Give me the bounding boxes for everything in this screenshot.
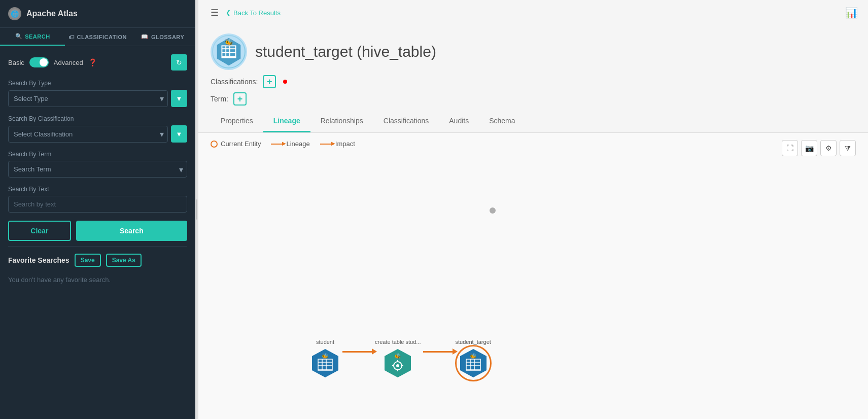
tab-properties[interactable]: Properties <box>211 111 263 132</box>
favorites-title: Favorite Searches <box>8 256 70 264</box>
favorites-section: Favorite Searches Save Save As You don't… <box>8 246 187 287</box>
classification-filter-button[interactable]: ▼ <box>171 125 187 143</box>
topbar-right: 📊 <box>845 7 858 19</box>
refresh-button[interactable]: ↻ <box>171 54 187 71</box>
tab-classifications[interactable]: Classifications <box>373 111 439 132</box>
entity-tabs: Properties Lineage Relationships Classif… <box>198 111 868 133</box>
help-icon[interactable]: ❓ <box>88 58 97 66</box>
classification-select[interactable]: Select Classification <box>8 126 168 143</box>
settings-button[interactable]: ⚙ <box>820 140 837 156</box>
term-select-wrapper: Search Term <box>8 161 187 178</box>
lineage-arrow-icon <box>271 144 283 145</box>
type-select-wrapper: Select Type <box>8 90 168 107</box>
fullscreen-button[interactable]: ⛶ <box>782 140 798 156</box>
legend-impact: Impact <box>320 140 355 148</box>
back-to-results-link[interactable]: ❮ Back To Results <box>226 9 281 17</box>
arrow-2 <box>421 351 456 353</box>
favorites-header: Favorite Searches Save Save As <box>8 254 187 267</box>
lineage-toolbar: ⛶ 📷 ⚙ ⧩ <box>782 140 856 156</box>
tab-lineage[interactable]: Lineage <box>263 111 310 132</box>
current-entity-legend-icon <box>211 141 218 148</box>
arrow-shaft-2 <box>423 351 454 353</box>
add-term-button[interactable]: + <box>233 92 247 106</box>
svg-text:🐝: 🐝 <box>225 38 233 47</box>
app-title: Apache Atlas <box>26 9 78 18</box>
impact-arrow-icon <box>320 144 332 145</box>
node-student-target-wrapper: 🐝 <box>458 348 489 378</box>
hamburger-button[interactable]: ☰ <box>209 5 221 20</box>
node-create-table[interactable]: create table stud... 🐝 <box>375 339 421 378</box>
app-logo: 🌐 <box>8 7 21 20</box>
classifications-meta-label: Classifications: <box>211 78 258 86</box>
favorites-empty-message: You don't have any favorite search. <box>8 273 187 287</box>
search-by-term-group: Search By Term Search Term <box>8 151 187 178</box>
main-content: ☰ ❮ Back To Results 📊 🐝 <box>198 0 868 419</box>
node-student-target-label: student_target <box>456 339 491 345</box>
search-by-classification-group: Search By Classification Select Classifi… <box>8 115 187 143</box>
classification-select-wrapper: Select Classification <box>8 126 168 143</box>
lineage-graph: student 🐝 create table <box>310 339 491 378</box>
type-select-row: Select Type ▼ <box>8 90 187 107</box>
search-button[interactable]: Search <box>76 221 187 241</box>
classification-select-row: Select Classification ▼ <box>8 125 187 143</box>
text-search-label: Search By Text <box>8 186 187 193</box>
chart-icon[interactable]: 📊 <box>845 7 858 18</box>
search-tab-label: SEARCH <box>25 33 50 40</box>
entity-title: student_target (hive_table) <box>255 43 436 60</box>
type-filter-button[interactable]: ▼ <box>171 90 187 107</box>
arrow-1 <box>340 351 375 353</box>
sidebar-header: 🌐 Apache Atlas <box>0 0 195 28</box>
sidebar-tab-glossary[interactable]: 📖 GLOSSARY <box>130 28 195 46</box>
text-search-input[interactable] <box>8 196 187 213</box>
sidebar-tab-classification[interactable]: 🏷 CLASSIFICATION <box>65 28 130 46</box>
sidebar-body: Basic Advanced ❓ ↻ Search By Type Select… <box>0 46 195 419</box>
type-label: Search By Type <box>8 80 187 87</box>
search-tab-icon: 🔍 <box>15 33 23 40</box>
tab-audits[interactable]: Audits <box>439 111 479 132</box>
classification-tab-label: CLASSIFICATION <box>77 34 127 40</box>
entity-avatar-svg: 🐝 <box>212 34 246 69</box>
clear-button[interactable]: Clear <box>8 221 71 241</box>
legend-current-entity: Current Entity <box>211 140 261 148</box>
hamburger-icon: ☰ <box>211 8 219 18</box>
type-select[interactable]: Select Type <box>8 90 168 107</box>
save-as-button[interactable]: Save As <box>106 254 142 267</box>
classification-alert-dot <box>283 80 287 84</box>
back-label: Back To Results <box>233 9 281 17</box>
impact-legend-label: Impact <box>335 140 355 148</box>
save-button[interactable]: Save <box>75 254 101 267</box>
node-student-label: student <box>316 339 334 345</box>
main-topbar: ☰ ❮ Back To Results 📊 <box>198 0 868 25</box>
search-by-type-group: Search By Type Select Type ▼ <box>8 80 187 107</box>
svg-point-20 <box>396 364 399 367</box>
entity-avatar: 🐝 <box>211 33 247 70</box>
tab-relationships[interactable]: Relationships <box>310 111 373 132</box>
cursor <box>489 206 497 215</box>
term-label: Search By Term <box>8 151 187 158</box>
back-chevron-icon: ❮ <box>226 9 231 16</box>
legend-lineage: Lineage <box>271 140 309 148</box>
svg-text:🐝: 🐝 <box>394 353 401 360</box>
term-select[interactable]: Search Term <box>8 161 187 178</box>
term-meta-label: Term: <box>211 95 228 103</box>
sidebar: 🌐 Apache Atlas 🔍 SEARCH 🏷 CLASSIFICATION… <box>0 0 195 419</box>
action-buttons-row: Clear Search <box>8 221 187 241</box>
svg-text:🐝: 🐝 <box>322 353 329 360</box>
basic-advanced-toggle[interactable] <box>29 57 49 67</box>
screenshot-button[interactable]: 📷 <box>801 140 817 156</box>
entity-header: 🐝 student_target (hive_table) <box>198 25 868 75</box>
node-student-target[interactable]: student_target 🐝 <box>456 339 491 378</box>
add-classification-button[interactable]: + <box>263 75 276 88</box>
filter-button[interactable]: ⧩ <box>840 140 856 156</box>
lineage-legend-label: Lineage <box>286 140 309 148</box>
sidebar-tab-search[interactable]: 🔍 SEARCH <box>0 28 65 46</box>
lineage-legend: Current Entity Lineage Impact <box>198 133 868 148</box>
tab-schema[interactable]: Schema <box>479 111 525 132</box>
node-create-table-label: create table stud... <box>375 339 421 345</box>
current-entity-legend-label: Current Entity <box>221 140 261 148</box>
term-meta-row: Term: + <box>211 92 856 106</box>
node-create-table-icon: 🐝 <box>383 348 413 378</box>
current-entity-ring <box>455 345 492 381</box>
classification-tab-icon: 🏷 <box>68 34 75 40</box>
node-student[interactable]: student 🐝 <box>310 339 340 378</box>
